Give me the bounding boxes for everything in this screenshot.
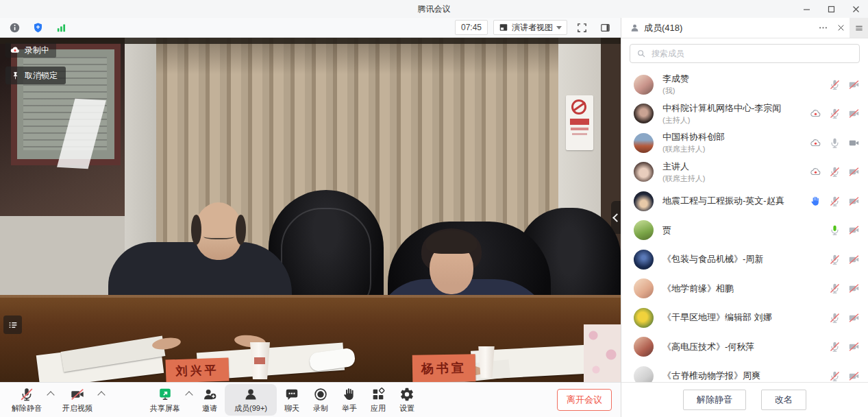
member-row[interactable]: 中国科协科创部 (联席主持人) [621,128,868,158]
member-search-wrap [621,38,868,66]
recording-status-badge: 录制中 [5,43,56,58]
hamburger-menu-icon [854,23,864,33]
raise-hand-icon [342,387,357,403]
camera-on-icon [848,137,860,149]
member-texts: 贾 [662,224,823,237]
maximize-button[interactable] [819,0,843,18]
members-title-wrap: 成员(418) [630,22,682,34]
more-icon [818,23,828,33]
member-avatar [634,278,654,298]
recording-badge-label: 录制中 [25,45,49,56]
pin-icon [11,71,20,80]
caption-list-button[interactable] [3,315,22,334]
side-panel-toggle-button[interactable] [596,21,614,35]
toolbar-record-button[interactable]: 录制 [307,384,334,416]
member-row[interactable]: 《包装与食品机械》-周新 [621,245,868,274]
mic-muted-icon [829,166,841,178]
member-row[interactable]: 《地学前缘》相鹏 [621,274,868,304]
camera-off-icon [848,79,860,91]
toolbar-item: 录制 [307,384,334,416]
member-status-icons [810,195,860,207]
close-button[interactable] [843,0,868,18]
members-header-actions [814,18,868,38]
chevron-up-icon[interactable] [97,391,105,398]
rename-button[interactable]: 改名 [761,390,806,410]
chevron-up-icon[interactable] [47,391,54,398]
fullscreen-button[interactable] [573,21,591,35]
member-search-input[interactable] [650,48,853,59]
member-status-icons [829,341,860,353]
leave-meeting-button[interactable]: 离开会议 [557,389,612,411]
toolbar-share-screen-button[interactable]: 共享屏幕 [144,384,186,416]
video-collapse-handle[interactable] [611,201,621,234]
toolbar-label: 共享屏幕 [150,403,180,414]
member-status-icons [829,312,860,324]
chevron-left-icon [612,213,621,222]
meeting-info-button[interactable] [5,21,23,35]
view-mode-label: 演讲者视图 [512,22,553,34]
toolbar-apps-button[interactable]: 应用 [364,384,392,416]
panel-menu-button[interactable] [850,18,868,38]
toolbar-group-center: 共享屏幕 邀请 成员(99+) 聊天 录制 举手 [144,384,421,416]
meeting-toolbar: 07:45 演讲者视图 [0,18,621,38]
toolbar-chat-button[interactable]: 聊天 [278,384,306,416]
person-right-hair [426,230,477,254]
chevron-up-icon[interactable] [185,391,193,398]
main-video[interactable]: 刘兴平 杨书宣 录制中 取消锁定 [0,38,621,382]
view-mode-selector[interactable]: 演讲者视图 [493,20,567,35]
fullscreen-icon [576,22,588,34]
member-row[interactable]: 贾 [621,216,868,246]
toolbar-unmute-button[interactable]: 解除静音 [5,384,48,416]
tencent-meeting-window: 腾讯会议 07:45 [0,0,868,417]
person-left-hair [191,215,201,245]
member-row[interactable]: 地震工程与工程振动-英文-赵真 [621,187,868,216]
member-role: (联席主持人) [662,144,804,154]
toolbar-settings-button[interactable]: 设置 [393,384,421,416]
toolbar-label: 邀请 [202,403,217,414]
member-texts: 中国科协科创部 (联席主持人) [662,131,804,154]
meeting-security-button[interactable] [29,21,47,35]
member-name: 《高电压技术》-何秋萍 [662,341,823,353]
member-name: 主讲人 [662,160,804,173]
member-status-icons [829,79,860,91]
mic-muted-icon [829,341,841,353]
member-texts: 地震工程与工程振动-英文-赵真 [662,195,804,207]
member-row[interactable]: 主讲人 (联席主持人) [621,158,868,187]
member-avatar [634,104,654,123]
cloud-record-icon [810,108,821,119]
mic-muted-icon [829,283,841,294]
member-row[interactable]: 《高电压技术》-何秋萍 [621,333,868,362]
member-row[interactable]: 《干旱区地理》编辑部 刘娜 [621,303,868,333]
unpin-button[interactable]: 取消锁定 [5,67,66,84]
mic-muted-icon [829,254,841,265]
mic-muted-icon [829,79,841,91]
members-close-button[interactable] [832,18,850,38]
member-row[interactable]: 中科院计算机网络中心-李宗闻 (主持人) [621,99,868,129]
hand-raised-icon [810,195,821,207]
settings-icon [399,387,414,403]
member-name: 《地学前缘》相鹏 [662,283,823,295]
mic-muted-icon [829,370,841,382]
member-avatar [634,366,654,382]
unmute-all-button[interactable]: 解除静音 [683,390,746,410]
toolbar-invite-button[interactable]: 邀请 [196,384,223,416]
toolbar-raise-hand-button[interactable]: 举手 [336,384,363,416]
member-row[interactable]: 李成赞 (我) [621,70,868,99]
toolbar-label: 聊天 [284,403,299,414]
network-quality-button[interactable] [52,21,70,35]
member-row[interactable]: 《古脊椎动物学报》周爽 [621,361,868,382]
layout-view-icon [499,23,508,32]
toolbar-members-button[interactable]: 成员(99+) [225,384,277,416]
ceiling-shadow [0,38,621,44]
members-more-button[interactable] [814,18,832,38]
toolbar-start-video-button[interactable]: 开启视频 [56,384,99,416]
member-search-box [630,44,860,63]
member-avatar [634,75,654,95]
record-icon [313,387,328,403]
toolbar-item: 聊天 [278,384,306,416]
mic-muted-icon [829,312,841,324]
minimize-button[interactable] [794,0,819,18]
member-texts: 《高电压技术》-何秋萍 [662,341,823,353]
member-status-icons [829,283,860,294]
toolbar-item: 邀请 [196,384,223,416]
